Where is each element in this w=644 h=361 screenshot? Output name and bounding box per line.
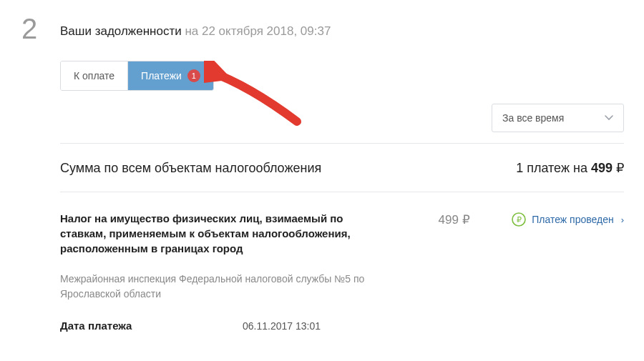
divider: [60, 143, 624, 144]
summary-amount: 1 платеж на 499 ₽: [516, 160, 624, 176]
payment-date-row: Дата платежа 06.11.2017 13:01: [60, 320, 321, 332]
payment-item: Налог на имущество физических лиц, взима…: [60, 211, 624, 302]
summary-row: Сумма по всем объектам налогообложения 1…: [60, 160, 624, 176]
time-filter-dropdown[interactable]: За все время: [492, 104, 624, 132]
summary-prefix: 1 платеж на: [516, 161, 591, 175]
time-filter-selected: За все время: [502, 112, 564, 124]
ruble-icon: ₽: [512, 212, 526, 227]
page-title-date: на 22 октября 2018, 09:37: [185, 24, 331, 38]
payment-date-label: Дата платежа: [60, 320, 243, 332]
tab-payments[interactable]: Платежи 1: [128, 61, 213, 90]
payment-item-amount: 499 ₽: [439, 212, 470, 227]
tab-to-pay[interactable]: К оплате: [61, 61, 128, 90]
payment-item-header: Налог на имущество физических лиц, взима…: [60, 211, 624, 256]
divider: [60, 192, 624, 192]
summary-currency: ₽: [616, 161, 624, 175]
payment-item-amount-value: 499: [439, 213, 459, 227]
tab-to-pay-label: К оплате: [74, 70, 114, 81]
step-number: 2: [21, 13, 37, 45]
payment-date-value: 06.11.2017 13:01: [243, 320, 321, 332]
payment-item-amount-currency: ₽: [462, 213, 470, 227]
payment-item-title: Налог на имущество физических лиц, взима…: [60, 211, 382, 256]
payments-badge: 1: [187, 69, 200, 82]
summary-label: Сумма по всем объектам налогообложения: [60, 161, 321, 176]
tabs: К оплате Платежи 1: [60, 61, 214, 91]
payment-status-label: Платеж проведен: [532, 214, 613, 225]
page-title: Ваши задолженности: [60, 24, 182, 38]
summary-value: 499: [591, 161, 613, 175]
payment-item-subtitle: Межрайонная инспекция Федеральной налого…: [60, 272, 382, 302]
payment-status-link[interactable]: ₽ Платеж проведен ›: [512, 212, 624, 227]
annotation-arrow-icon: [204, 61, 304, 132]
page: 2 Ваши задолженности на 22 октября 2018,…: [0, 0, 644, 361]
chevron-down-icon: [605, 115, 613, 121]
chevron-right-icon: ›: [621, 214, 624, 225]
svg-text:₽: ₽: [517, 215, 522, 224]
page-title-row: Ваши задолженности на 22 октября 2018, 0…: [60, 24, 331, 39]
tab-payments-label: Платежи: [141, 70, 182, 81]
